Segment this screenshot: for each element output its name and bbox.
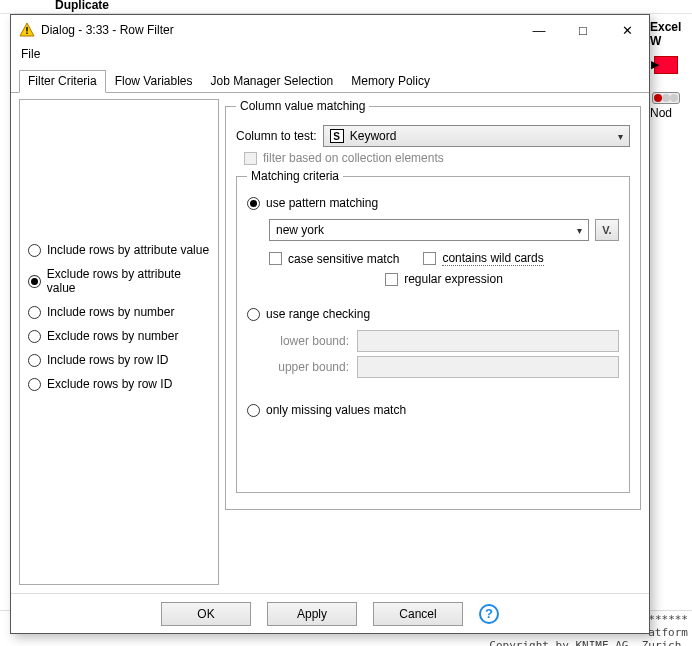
chevron-down-icon: ▾ — [618, 131, 623, 142]
radio-icon — [28, 244, 41, 257]
radio-label: Include rows by row ID — [47, 353, 168, 367]
minimize-button[interactable]: — — [517, 15, 561, 45]
column-value-matching-group: Column value matching Column to test: S … — [225, 99, 641, 510]
radio-include-attr[interactable]: Include rows by attribute value — [28, 238, 210, 262]
bg-node-label: Nod — [648, 104, 692, 120]
column-to-test-label: Column to test: — [236, 129, 317, 143]
radio-icon — [247, 308, 260, 321]
apply-button[interactable]: Apply — [267, 602, 357, 626]
radio-label: use range checking — [266, 307, 370, 321]
column-to-test-select[interactable]: S Keyword ▾ — [323, 125, 630, 147]
radio-include-rowid[interactable]: Include rows by row ID — [28, 348, 210, 372]
bg-excel-label: Excel W — [648, 14, 692, 48]
ok-button[interactable]: OK — [161, 602, 251, 626]
checkbox-icon — [385, 273, 398, 286]
radio-label: only missing values match — [266, 403, 406, 417]
pattern-input[interactable]: new york ▾ — [269, 219, 589, 241]
column-to-test-value: Keyword — [350, 129, 397, 143]
tab-memory-policy[interactable]: Memory Policy — [342, 70, 439, 93]
tab-job-manager[interactable]: Job Manager Selection — [201, 70, 342, 93]
radio-icon — [247, 197, 260, 210]
radio-label: Exclude rows by attribute value — [47, 267, 210, 295]
checkbox-label: contains wild cards — [442, 251, 543, 266]
radio-icon — [28, 330, 41, 343]
radio-label: Exclude rows by row ID — [47, 377, 172, 391]
group-legend: Column value matching — [236, 99, 369, 113]
svg-rect-2 — [26, 33, 27, 35]
checkbox-label: filter based on collection elements — [263, 151, 444, 165]
regex-checkbox[interactable]: regular expression — [385, 272, 503, 286]
checkbox-label: case sensitive match — [288, 252, 399, 266]
checkbox-label: regular expression — [404, 272, 503, 286]
help-button[interactable]: ? — [479, 604, 499, 624]
bg-duplicate-label: Duplicate — [55, 0, 109, 12]
svg-rect-1 — [26, 27, 27, 32]
radio-exclude-attr[interactable]: Exclude rows by attribute value — [28, 262, 210, 300]
tab-filter-criteria[interactable]: Filter Criteria — [19, 70, 106, 93]
radio-exclude-number[interactable]: Exclude rows by number — [28, 324, 210, 348]
filter-mode-panel: Include rows by attribute value Exclude … — [19, 99, 219, 585]
radio-icon — [28, 354, 41, 367]
lower-bound-label: lower bound: — [269, 334, 349, 348]
string-type-icon: S — [330, 129, 344, 143]
radio-icon — [247, 404, 260, 417]
wildcards-checkbox[interactable]: contains wild cards — [423, 251, 543, 266]
upper-bound-input — [357, 356, 619, 378]
chevron-down-icon: ▾ — [577, 225, 582, 236]
row-filter-dialog: Dialog - 3:33 - Row Filter — □ ✕ File Fi… — [10, 14, 650, 634]
radio-label: Include rows by number — [47, 305, 174, 319]
matching-criteria-group: Matching criteria use pattern matching n… — [236, 169, 630, 493]
button-bar: OK Apply Cancel ? — [11, 593, 649, 633]
flow-variable-button[interactable]: V. — [595, 219, 619, 241]
radio-label: Include rows by attribute value — [47, 243, 209, 257]
radio-exclude-rowid[interactable]: Exclude rows by row ID — [28, 372, 210, 396]
node-traffic-light-icon — [652, 92, 680, 104]
lower-bound-input — [357, 330, 619, 352]
checkbox-icon — [244, 152, 257, 165]
radio-icon — [28, 306, 41, 319]
cancel-button[interactable]: Cancel — [373, 602, 463, 626]
warning-icon — [19, 22, 35, 38]
pattern-value: new york — [276, 223, 324, 237]
close-button[interactable]: ✕ — [605, 15, 649, 45]
radio-label: Exclude rows by number — [47, 329, 178, 343]
radio-include-number[interactable]: Include rows by number — [28, 300, 210, 324]
radio-icon — [28, 275, 41, 288]
radio-use-range[interactable]: use range checking — [247, 302, 619, 326]
radio-label: use pattern matching — [266, 196, 378, 210]
excel-node-icon[interactable] — [654, 56, 678, 74]
radio-only-missing[interactable]: only missing values match — [247, 398, 619, 422]
radio-icon — [28, 378, 41, 391]
titlebar: Dialog - 3:33 - Row Filter — □ ✕ — [11, 15, 649, 45]
filter-collection-checkbox: filter based on collection elements — [244, 151, 630, 165]
upper-bound-label: upper bound: — [269, 360, 349, 374]
group-legend: Matching criteria — [247, 169, 343, 183]
tab-bar: Filter Criteria Flow Variables Job Manag… — [11, 65, 649, 93]
window-title: Dialog - 3:33 - Row Filter — [41, 23, 517, 37]
menu-file[interactable]: File — [21, 47, 40, 61]
checkbox-icon — [423, 252, 436, 265]
checkbox-icon — [269, 252, 282, 265]
radio-use-pattern[interactable]: use pattern matching — [247, 191, 619, 215]
maximize-button[interactable]: □ — [561, 15, 605, 45]
tab-flow-variables[interactable]: Flow Variables — [106, 70, 202, 93]
case-sensitive-checkbox[interactable]: case sensitive match — [269, 251, 399, 266]
